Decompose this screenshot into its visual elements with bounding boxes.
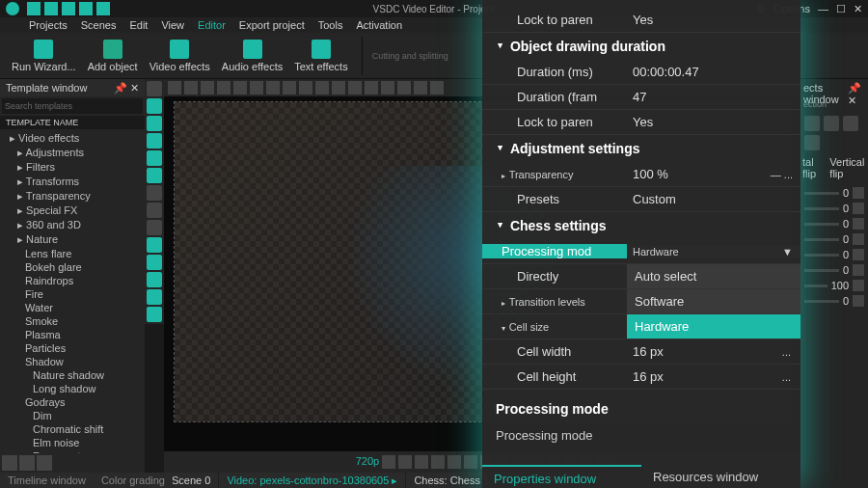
vtool-icon[interactable]	[147, 307, 162, 322]
more-icon[interactable]: ...	[773, 371, 800, 383]
tab-properties[interactable]: Properties window	[482, 465, 641, 488]
slider[interactable]: 0	[804, 185, 864, 201]
tree-item[interactable]: Smoke	[2, 314, 143, 328]
tree-item[interactable]: Dim	[2, 409, 143, 422]
tree-item[interactable]: Raindrops	[2, 274, 143, 287]
effects-tree[interactable]: ▸ Video effects▸ Adjustments▸ Filters▸ T…	[0, 129, 145, 453]
vtool-icon[interactable]	[147, 220, 162, 235]
scene-tab[interactable]: Video: pexels-cottonbro-10380605 ▸	[219, 473, 405, 488]
htool-icon[interactable]	[233, 81, 247, 95]
menu-export[interactable]: Export project	[239, 19, 305, 31]
htool-icon[interactable]	[414, 81, 427, 95]
flip-icon[interactable]	[843, 116, 858, 131]
slider[interactable]: 0	[804, 293, 864, 309]
qicon[interactable]	[62, 2, 75, 15]
tree-item[interactable]: Godrays	[2, 395, 143, 409]
htool-icon[interactable]	[217, 81, 231, 95]
slider[interactable]: 0	[804, 201, 864, 216]
pin-icon[interactable]: 📌 ✕	[114, 82, 139, 95]
tab-resources[interactable]: Resources window	[641, 465, 800, 488]
video-effects-button[interactable]: Video effects	[146, 38, 214, 74]
htool-icon[interactable]	[250, 81, 263, 95]
vtool-icon[interactable]	[147, 168, 162, 183]
add-object-button[interactable]: Add object	[84, 38, 142, 74]
playback-icon[interactable]	[464, 455, 477, 469]
prop-row[interactable]: Duration (ms)00:00:00.47	[482, 60, 800, 85]
prop-row[interactable]: PresetsCustom	[482, 187, 800, 212]
run-wizard-button[interactable]: Run Wizard...	[8, 38, 80, 74]
htool-icon[interactable]	[348, 81, 362, 95]
htool-icon[interactable]	[381, 81, 394, 95]
htool-icon[interactable]	[184, 81, 198, 95]
section-chess[interactable]: Chess settings	[482, 212, 800, 239]
maximize-icon[interactable]: ☐	[836, 3, 846, 15]
vtool-icon[interactable]	[147, 98, 162, 114]
audio-effects-button[interactable]: Audio effects	[218, 38, 286, 74]
search-input[interactable]: Search templates	[2, 98, 143, 114]
more-icon[interactable]: — ...	[763, 169, 800, 180]
tree-item[interactable]: Water	[2, 301, 143, 314]
cursor-icon[interactable]	[147, 81, 162, 96]
resolution-label[interactable]: 720p	[356, 455, 379, 469]
htool-icon[interactable]	[397, 81, 411, 95]
section-drawing-duration[interactable]: Object drawing duration	[482, 33, 800, 60]
htool-icon[interactable]	[266, 81, 280, 95]
flip-icon[interactable]	[804, 116, 820, 131]
play-icon[interactable]	[382, 455, 395, 469]
text-tool-icon[interactable]	[147, 185, 162, 201]
tree-item[interactable]: Long shadow	[2, 382, 143, 395]
close-icon[interactable]: ✕	[854, 3, 862, 15]
tree-item[interactable]: Bokeh glare	[2, 260, 143, 274]
prop-row[interactable]: ▸ Cell sizeHardware	[482, 314, 800, 339]
more-icon[interactable]: ...	[773, 346, 800, 358]
tree-item[interactable]: ▸ Nature	[2, 232, 143, 247]
prop-row[interactable]: Lock to parenYes	[482, 110, 800, 135]
pin-icon[interactable]: 📌✕	[848, 82, 865, 94]
menu-scenes[interactable]: Scenes	[81, 19, 117, 31]
section-adjustment[interactable]: Adjustment settings	[482, 135, 800, 162]
prop-processing-mode[interactable]: Processing modHardware▼	[482, 239, 800, 264]
vtool-icon[interactable]	[147, 272, 162, 287]
htool-icon[interactable]	[201, 81, 214, 95]
tree-item[interactable]: ▸ Adjustments	[2, 146, 143, 160]
tree-item[interactable]: Fire	[2, 287, 143, 301]
tree-item[interactable]: ▸ Special FX	[2, 203, 143, 218]
add-icon[interactable]	[19, 455, 35, 471]
qicon[interactable]	[79, 2, 93, 15]
menu-activation[interactable]: Activation	[356, 19, 402, 31]
collapse-icon[interactable]	[2, 455, 17, 471]
minimize-icon[interactable]: —	[818, 3, 828, 15]
htool-icon[interactable]	[430, 81, 444, 95]
menu-projects[interactable]: Projects	[29, 19, 68, 31]
prop-row[interactable]: ▸ Transition levelsSoftware	[482, 289, 800, 314]
menu-editor[interactable]: Editor	[198, 19, 226, 31]
playback-icon[interactable]	[431, 455, 445, 469]
rotate-icon[interactable]	[804, 135, 820, 150]
menu-edit[interactable]: Edit	[129, 19, 148, 31]
tab-colorgrading[interactable]: Color grading	[94, 473, 173, 488]
prop-row[interactable]: Cell width16 px...	[482, 339, 800, 365]
prop-row[interactable]: DirectlyAuto select	[482, 264, 800, 289]
vtool-icon[interactable]	[147, 203, 162, 218]
vtool-icon[interactable]	[147, 289, 162, 305]
prop-row[interactable]: Lock to paren Yes	[482, 8, 800, 33]
htool-icon[interactable]	[332, 81, 345, 95]
tree-item[interactable]: Shadow	[2, 355, 143, 368]
playback-icon[interactable]	[448, 455, 461, 469]
tree-item[interactable]: ▸ Transforms	[2, 175, 143, 189]
prop-row[interactable]: ▸ Transparency100 %— ...	[482, 162, 800, 187]
slider[interactable]: 0	[804, 231, 864, 247]
text-effects-button[interactable]: Text effects	[290, 38, 351, 74]
menu-view[interactable]: View	[161, 19, 184, 31]
tree-item[interactable]: ▸ Transparency	[2, 189, 143, 203]
qicon[interactable]	[44, 2, 58, 15]
playback-icon[interactable]	[398, 455, 412, 469]
htool-icon[interactable]	[283, 81, 296, 95]
tree-item[interactable]: Lens flare	[2, 247, 143, 260]
tree-item[interactable]: Elm noise	[2, 436, 143, 449]
menu-tools[interactable]: Tools	[318, 19, 343, 31]
vtool-icon[interactable]	[147, 237, 162, 253]
tree-item[interactable]: Particles	[2, 341, 143, 355]
tree-item[interactable]: Plasma	[2, 328, 143, 341]
tree-item[interactable]: Nature shadow	[2, 368, 143, 382]
